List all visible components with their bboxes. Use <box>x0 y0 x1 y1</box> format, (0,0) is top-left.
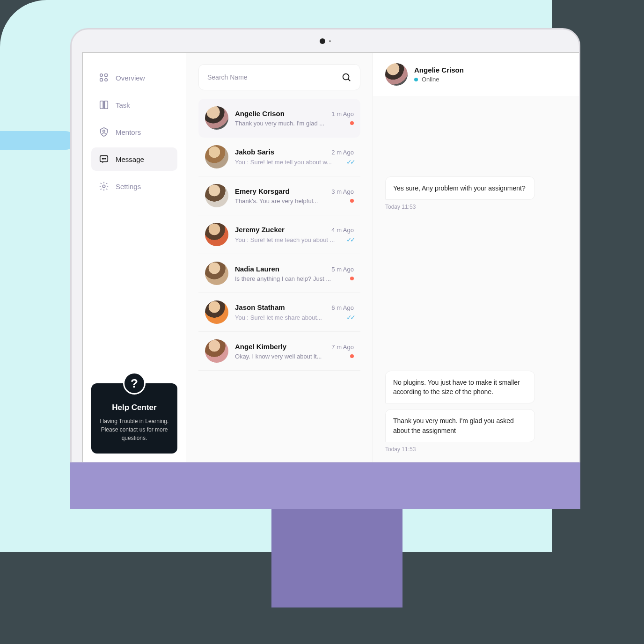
contact-name: Nadia Lauren <box>235 265 279 273</box>
contact-name: Jakob Saris <box>235 148 274 156</box>
contact-item[interactable]: Nadia Lauren5 m AgoIs there anything I c… <box>198 254 360 293</box>
contact-time: 4 m Ago <box>331 227 354 234</box>
search-input[interactable] <box>207 73 322 81</box>
camera-led-icon <box>329 40 331 42</box>
unread-dot-icon <box>350 199 354 203</box>
svg-point-8 <box>103 158 104 159</box>
nav-label: Task <box>116 101 130 109</box>
screen: Overview Task Mentors <box>82 52 579 462</box>
chat-body: Yes sure, Any problem with your assignme… <box>373 96 579 462</box>
camera-row <box>72 38 579 44</box>
chat-bubble: No plugins. You just have to make it sma… <box>385 371 535 404</box>
avatar <box>385 63 408 86</box>
chat-bubble: Thank you very much. I'm glad you asked … <box>385 409 535 442</box>
status-label: Online <box>422 76 439 83</box>
search-box[interactable] <box>198 64 360 90</box>
monitor-stand <box>271 509 402 607</box>
svg-point-0 <box>100 74 103 77</box>
contact-item[interactable]: Jeremy Zucker4 m AgoYou : Sure! let me t… <box>198 215 360 254</box>
contact-preview: Thank's. You are very helpful... <box>235 198 318 205</box>
monitor-frame: Overview Task Mentors <box>70 28 580 463</box>
monitor-chin <box>70 462 580 509</box>
contact-item[interactable]: Emery Korsgard3 m AgoThank's. You are ve… <box>198 176 360 215</box>
contact-preview: You : Sure! let me teach you about ... <box>235 236 335 243</box>
svg-line-12 <box>348 79 351 81</box>
unread-dot-icon <box>350 121 354 125</box>
nav-label: Message <box>116 155 144 163</box>
read-checks-icon: ✓✓ <box>346 314 354 321</box>
contact-time: 6 m Ago <box>331 304 354 311</box>
read-checks-icon: ✓✓ <box>346 236 354 243</box>
svg-point-5 <box>103 130 105 132</box>
chat-timestamp: Today 11:53 <box>385 446 579 453</box>
svg-point-9 <box>105 158 105 159</box>
chat-timestamp: Today 11:53 <box>385 204 579 210</box>
avatar <box>205 106 228 130</box>
contact-preview: You : Sure! let me share about... <box>235 314 322 321</box>
decorative-swoop <box>0 131 75 150</box>
contact-name: Angel Kimberly <box>235 343 286 351</box>
question-icon: ? <box>123 372 146 395</box>
help-title: Help Center <box>99 403 170 412</box>
contacts-panel: Angelie Crison1 m AgoThank you very much… <box>186 53 373 462</box>
avatar <box>205 184 228 207</box>
nav-message[interactable]: Message <box>91 147 177 171</box>
chat-status: Online <box>414 76 464 83</box>
contact-time: 5 m Ago <box>331 266 354 273</box>
contact-item[interactable]: Jason Statham6 m AgoYou : Sure! let me s… <box>198 293 360 332</box>
chat-bubble: Yes sure, Any problem with your assignme… <box>385 176 535 200</box>
svg-point-7 <box>102 158 103 159</box>
contact-preview: You : Sure! let me tell you about w... <box>235 159 332 166</box>
contact-list: Angelie Crison1 m AgoThank you very much… <box>198 99 360 371</box>
contact-item[interactable]: Jakob Saris2 m AgoYou : Sure! let me tel… <box>198 138 360 176</box>
contact-time: 2 m Ago <box>331 149 354 156</box>
svg-rect-1 <box>105 74 108 77</box>
unread-dot-icon <box>350 354 354 358</box>
nav-settings[interactable]: Settings <box>91 175 177 198</box>
svg-rect-2 <box>100 79 103 81</box>
contact-name: Jeremy Zucker <box>235 226 285 234</box>
read-checks-icon: ✓✓ <box>346 158 354 166</box>
avatar <box>205 145 228 168</box>
chat-panel: Angelie Crison Online Yes sure, Any prob… <box>373 53 579 462</box>
camera-icon <box>320 38 325 44</box>
user-badge-icon <box>99 127 109 137</box>
sidebar: Overview Task Mentors <box>83 53 186 462</box>
avatar <box>205 262 228 285</box>
svg-point-10 <box>102 185 105 188</box>
online-dot-icon <box>414 78 418 81</box>
chat-header: Angelie Crison Online <box>373 53 579 96</box>
unread-dot-icon <box>350 277 354 280</box>
nav-label: Settings <box>116 183 141 190</box>
contact-name: Jason Statham <box>235 303 285 311</box>
contact-time: 7 m Ago <box>331 344 354 351</box>
svg-point-11 <box>343 74 349 80</box>
avatar <box>205 300 228 324</box>
grid-icon <box>99 73 109 83</box>
help-card[interactable]: ? Help Center Having Trouble in Learning… <box>91 383 177 454</box>
contact-item[interactable]: Angelie Crison1 m AgoThank you very much… <box>198 99 360 138</box>
contact-name: Angelie Crison <box>235 110 285 117</box>
book-icon <box>99 100 109 110</box>
avatar <box>205 223 228 246</box>
message-icon <box>99 154 109 164</box>
help-desc: Having Trouble in Learning. Please conta… <box>99 417 170 442</box>
contact-preview: Thank you very much. I'm glad ... <box>235 120 324 127</box>
contact-time: 1 m Ago <box>331 110 354 117</box>
svg-point-3 <box>105 79 108 81</box>
chat-header-name: Angelie Crison <box>414 66 464 74</box>
contact-name: Emery Korsgard <box>235 187 290 195</box>
nav: Overview Task Mentors <box>91 66 177 198</box>
nav-label: Overview <box>116 74 145 82</box>
contact-preview: Is there anything I can help? Just ... <box>235 275 331 282</box>
gear-icon <box>99 181 109 191</box>
nav-mentors[interactable]: Mentors <box>91 120 177 144</box>
contact-time: 3 m Ago <box>331 188 354 195</box>
contact-preview: Okay. I know very well about it... <box>235 353 322 360</box>
nav-label: Mentors <box>116 128 141 136</box>
avatar <box>205 339 228 363</box>
contact-item[interactable]: Angel Kimberly7 m AgoOkay. I know very w… <box>198 332 360 371</box>
search-icon <box>341 72 351 82</box>
nav-overview[interactable]: Overview <box>91 66 177 89</box>
nav-task[interactable]: Task <box>91 93 177 117</box>
